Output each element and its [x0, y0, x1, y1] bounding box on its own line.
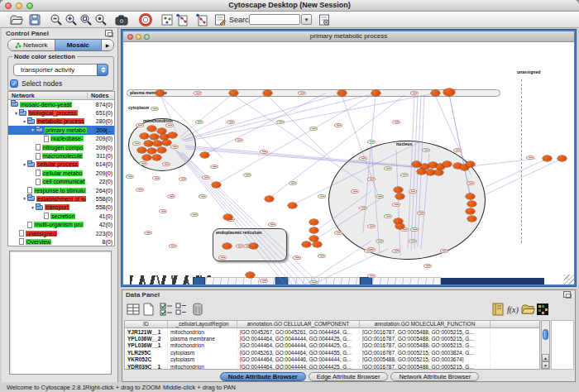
gene-node[interactable]	[160, 134, 169, 140]
node-label-pill[interactable]	[318, 194, 326, 198]
node-label-pill[interactable]	[289, 181, 297, 185]
table-cell[interactable]: YPL036W__1	[125, 342, 168, 348]
node-label-pill[interactable]	[126, 174, 134, 179]
gene-node[interactable]	[313, 241, 322, 247]
table-cell[interactable]: [GO:0044464, GO:0044444, GO:0044425, G..…	[237, 336, 360, 342]
tree-row[interactable]: ▼primary metabo209(...	[8, 126, 114, 134]
gene-node[interactable]	[144, 141, 153, 146]
node-label-pill[interactable]	[526, 155, 534, 160]
gene-node[interactable]	[156, 90, 165, 96]
gene-node[interactable]	[467, 201, 476, 207]
table-cell[interactable]: [GO:0016787, GO:0005488, GO:0005215, G..…	[360, 329, 490, 335]
node-label-pill[interactable]	[367, 274, 376, 278]
gene-node[interactable]	[147, 126, 156, 131]
gene-node[interactable]	[431, 90, 440, 96]
table-cell[interactable]: cytoplasm	[168, 356, 237, 362]
attribute-table[interactable]: ID_cellularLayoutRegionannotation.GO CEL…	[124, 320, 540, 370]
node-label-pill[interactable]	[170, 145, 179, 149]
gene-node[interactable]	[466, 208, 475, 214]
gene-node[interactable]	[302, 241, 311, 247]
table-cell[interactable]: mitochondrion	[168, 342, 237, 348]
gene-node[interactable]	[288, 203, 297, 208]
node-label-pill[interactable]	[384, 214, 392, 218]
tab-edge-attribute-browser[interactable]: Edge Attribute Browser	[309, 372, 389, 381]
tree-row[interactable]: ▼cellular process614(0)	[8, 160, 114, 169]
float-data-panel-icon[interactable]	[563, 291, 571, 298]
import-network-button[interactable]	[175, 13, 189, 26]
gene-node[interactable]	[223, 243, 232, 249]
table-cell[interactable]: [GO:0044464, GO:0044444, GO:0044425, G..…	[237, 364, 360, 370]
table-cell[interactable]: mitochondrion	[168, 364, 237, 370]
gene-node[interactable]	[150, 134, 159, 140]
node-label-pill[interactable]	[364, 249, 372, 253]
column-header[interactable]: _cellularLayoutRegion	[168, 321, 237, 327]
attribute-editor-button[interactable]	[490, 302, 505, 317]
help-button[interactable]	[139, 13, 152, 26]
import-attributes-file-button[interactable]	[520, 302, 535, 317]
select-nodes-checkbox[interactable]: ✓	[10, 79, 18, 88]
tab-overflow-button[interactable]: ▶	[102, 40, 113, 50]
node-label-pill[interactable]	[210, 165, 218, 169]
tree-row[interactable]: multi-organism pro42(0)	[8, 220, 114, 228]
formula-builder-button[interactable]: f(x)	[505, 302, 520, 317]
node-label-pill[interactable]	[309, 127, 318, 131]
node-label-pill[interactable]	[351, 189, 359, 194]
tree-row[interactable]: nitrogen compo209(0)	[8, 143, 114, 151]
node-label-pill[interactable]	[151, 107, 159, 111]
node-label-pill[interactable]	[152, 176, 160, 180]
node-label-pill[interactable]	[409, 189, 417, 194]
tab-network[interactable]: Network	[8, 40, 55, 50]
table-cell[interactable]: [GO:0045267, GO:0045261, GO:0044464, G..…	[237, 329, 360, 335]
table-cell[interactable]: YLR295C	[125, 350, 168, 356]
gene-node[interactable]	[140, 133, 149, 139]
gene-node[interactable]	[395, 223, 404, 229]
birds-eye-view[interactable]	[9, 251, 112, 375]
node-label-pill[interactable]	[132, 141, 141, 146]
gene-node[interactable]	[265, 196, 274, 202]
node-label-pill[interactable]	[409, 239, 417, 243]
gene-node[interactable]	[309, 236, 318, 241]
node-label-pill[interactable]	[195, 120, 203, 124]
attribute-table-header[interactable]: ID_cellularLayoutRegionannotation.GO CEL…	[125, 321, 539, 328]
expand-arrow-icon[interactable]: ▼	[22, 162, 27, 167]
tab-network-attribute-browser[interactable]: Network Attribute Browser	[390, 372, 479, 381]
gene-node[interactable]	[394, 187, 403, 193]
tree-row[interactable]: secretion41(0)	[8, 212, 114, 220]
node-label-pill[interactable]	[453, 148, 462, 152]
tree-row[interactable]: macromolecule311(0)	[8, 151, 114, 160]
delete-attribute-button[interactable]	[190, 302, 205, 317]
table-cell[interactable]: mitochondrion	[168, 329, 237, 335]
gene-node[interactable]	[417, 169, 426, 174]
node-label-pill[interactable]	[298, 91, 306, 95]
gene-node[interactable]	[152, 155, 161, 160]
node-label-pill[interactable]	[422, 148, 430, 152]
node-label-pill[interactable]	[367, 177, 376, 181]
table-row[interactable]: YJR121W__1mitochondrion[GO:0045267, GO:0…	[125, 328, 539, 335]
gene-node[interactable]	[157, 128, 166, 134]
node-label-pill[interactable]	[227, 120, 235, 124]
gene-node[interactable]	[223, 214, 232, 220]
node-label-pill[interactable]	[194, 91, 202, 95]
column-header[interactable]: annotation.GO CELLULAR_COMPONENT	[237, 321, 360, 327]
zoom-fit-button[interactable]	[79, 13, 93, 26]
matrix-view-button[interactable]	[535, 302, 550, 317]
gene-node[interactable]	[200, 152, 209, 158]
node-label-pill[interactable]	[376, 239, 384, 243]
gene-node[interactable]	[142, 155, 151, 160]
table-scrollbar[interactable]: ▲ ▼	[541, 320, 550, 370]
node-label-pill[interactable]	[144, 231, 152, 235]
expand-arrow-icon[interactable]: ▼	[30, 127, 36, 132]
node-label-pill[interactable]	[136, 188, 144, 192]
table-cell[interactable]: plasma membrane	[168, 336, 237, 342]
scrollbar-thumb[interactable]	[543, 329, 548, 340]
gene-node[interactable]	[443, 161, 452, 167]
gene-node[interactable]	[153, 141, 162, 146]
node-label-pill[interactable]	[392, 120, 400, 124]
tree-row[interactable]: ▼transport558(0)	[8, 203, 114, 212]
table-cell[interactable]: [GO:0016787, GO:0005215, GO:0003824, G..…	[360, 350, 490, 356]
column-header[interactable]: annotation.GO MOLECULAR_FUNCTION	[360, 321, 490, 327]
tree-row[interactable]: cell communicat22(0)	[8, 178, 114, 186]
node-label-pill[interactable]	[260, 279, 268, 283]
tree-row[interactable]: unassigned223(0)	[8, 229, 114, 237]
gene-node[interactable]	[395, 194, 404, 199]
